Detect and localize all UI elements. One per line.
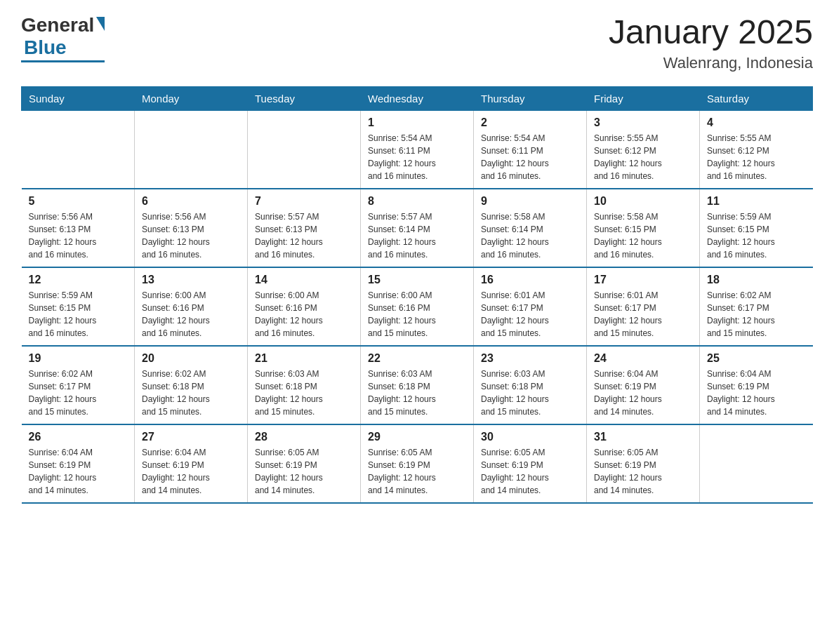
day-info: Sunrise: 6:04 AM Sunset: 6:19 PM Dayligh… [142,446,240,497]
day-number: 10 [594,195,692,208]
day-number: 6 [142,195,240,208]
calendar-cell: 3Sunrise: 5:55 AM Sunset: 6:12 PM Daylig… [587,110,700,189]
day-number: 18 [707,274,806,286]
header-tuesday: Tuesday [248,86,361,110]
day-info: Sunrise: 5:54 AM Sunset: 6:11 PM Dayligh… [481,132,579,182]
day-info: Sunrise: 5:59 AM Sunset: 6:15 PM Dayligh… [29,289,128,340]
day-info: Sunrise: 5:56 AM Sunset: 6:13 PM Dayligh… [142,210,240,261]
day-number: 21 [255,352,353,365]
calendar-cell: 18Sunrise: 6:02 AM Sunset: 6:17 PM Dayli… [700,267,813,346]
day-info: Sunrise: 6:05 AM Sunset: 6:19 PM Dayligh… [481,446,579,497]
day-number: 9 [481,195,579,208]
subtitle: Walenrang, Indonesia [609,54,813,72]
day-number: 26 [29,431,128,443]
day-info: Sunrise: 6:03 AM Sunset: 6:18 PM Dayligh… [481,368,579,418]
day-number: 11 [707,195,806,208]
calendar-cell: 25Sunrise: 6:04 AM Sunset: 6:19 PM Dayli… [700,346,813,424]
logo-general-text: General [21,14,94,36]
day-number: 4 [707,116,806,129]
calendar-cell: 21Sunrise: 6:03 AM Sunset: 6:18 PM Dayli… [248,346,361,424]
day-info: Sunrise: 6:01 AM Sunset: 6:17 PM Dayligh… [594,289,692,340]
calendar-cell: 20Sunrise: 6:02 AM Sunset: 6:18 PM Dayli… [135,346,248,424]
calendar-week-row: 26Sunrise: 6:04 AM Sunset: 6:19 PM Dayli… [22,424,813,503]
header-wednesday: Wednesday [361,86,474,110]
calendar-cell: 8Sunrise: 5:57 AM Sunset: 6:14 PM Daylig… [361,189,474,267]
calendar-cell: 26Sunrise: 6:04 AM Sunset: 6:19 PM Dayli… [22,424,135,503]
calendar-cell: 6Sunrise: 5:56 AM Sunset: 6:13 PM Daylig… [135,189,248,267]
day-number: 28 [255,431,353,443]
calendar-cell [700,424,813,503]
day-number: 23 [481,352,579,365]
day-number: 15 [368,274,466,286]
calendar-cell: 19Sunrise: 6:02 AM Sunset: 6:17 PM Dayli… [22,346,135,424]
calendar-cell: 27Sunrise: 6:04 AM Sunset: 6:19 PM Dayli… [135,424,248,503]
calendar-cell: 16Sunrise: 6:01 AM Sunset: 6:17 PM Dayli… [474,267,587,346]
day-number: 22 [368,352,466,365]
header-sunday: Sunday [22,86,135,110]
calendar-cell [248,110,361,189]
calendar-cell: 28Sunrise: 6:05 AM Sunset: 6:19 PM Dayli… [248,424,361,503]
day-number: 14 [255,274,353,286]
day-info: Sunrise: 6:00 AM Sunset: 6:16 PM Dayligh… [142,289,240,340]
day-number: 31 [594,431,692,443]
day-info: Sunrise: 6:03 AM Sunset: 6:18 PM Dayligh… [255,368,353,418]
calendar-cell: 14Sunrise: 6:00 AM Sunset: 6:16 PM Dayli… [248,267,361,346]
day-number: 24 [594,352,692,365]
calendar-cell [135,110,248,189]
day-number: 27 [142,431,240,443]
logo-blue-text: Blue [24,36,67,59]
day-info: Sunrise: 5:56 AM Sunset: 6:13 PM Dayligh… [29,210,128,261]
day-info: Sunrise: 5:58 AM Sunset: 6:14 PM Dayligh… [481,210,579,261]
calendar-cell: 12Sunrise: 5:59 AM Sunset: 6:15 PM Dayli… [22,267,135,346]
calendar-cell: 15Sunrise: 6:00 AM Sunset: 6:16 PM Dayli… [361,267,474,346]
header-thursday: Thursday [474,86,587,110]
calendar-cell: 30Sunrise: 6:05 AM Sunset: 6:19 PM Dayli… [474,424,587,503]
day-info: Sunrise: 6:03 AM Sunset: 6:18 PM Dayligh… [368,368,466,418]
day-number: 8 [368,195,466,208]
calendar-cell: 4Sunrise: 5:55 AM Sunset: 6:12 PM Daylig… [700,110,813,189]
calendar-cell: 2Sunrise: 5:54 AM Sunset: 6:11 PM Daylig… [474,110,587,189]
calendar-cell: 1Sunrise: 5:54 AM Sunset: 6:11 PM Daylig… [361,110,474,189]
day-number: 7 [255,195,353,208]
calendar-cell: 11Sunrise: 5:59 AM Sunset: 6:15 PM Dayli… [700,189,813,267]
logo-underline [21,60,105,62]
day-info: Sunrise: 6:01 AM Sunset: 6:17 PM Dayligh… [481,289,579,340]
calendar-cell [22,110,135,189]
day-info: Sunrise: 5:57 AM Sunset: 6:13 PM Dayligh… [255,210,353,261]
day-info: Sunrise: 6:02 AM Sunset: 6:17 PM Dayligh… [707,289,806,340]
day-info: Sunrise: 6:04 AM Sunset: 6:19 PM Dayligh… [594,368,692,418]
calendar-cell: 5Sunrise: 5:56 AM Sunset: 6:13 PM Daylig… [22,189,135,267]
page-header: General Blue January 2025 Walenrang, Ind… [21,14,813,72]
calendar-week-row: 1Sunrise: 5:54 AM Sunset: 6:11 PM Daylig… [22,110,813,189]
day-info: Sunrise: 6:05 AM Sunset: 6:19 PM Dayligh… [368,446,466,497]
day-info: Sunrise: 6:02 AM Sunset: 6:18 PM Dayligh… [142,368,240,418]
header-monday: Monday [135,86,248,110]
calendar-cell: 17Sunrise: 6:01 AM Sunset: 6:17 PM Dayli… [587,267,700,346]
day-number: 17 [594,274,692,286]
day-info: Sunrise: 5:55 AM Sunset: 6:12 PM Dayligh… [707,132,806,182]
day-info: Sunrise: 5:54 AM Sunset: 6:11 PM Dayligh… [368,132,466,182]
day-info: Sunrise: 5:55 AM Sunset: 6:12 PM Dayligh… [594,132,692,182]
calendar-cell: 22Sunrise: 6:03 AM Sunset: 6:18 PM Dayli… [361,346,474,424]
day-number: 5 [29,195,128,208]
title-block: January 2025 Walenrang, Indonesia [609,14,813,72]
day-number: 3 [594,116,692,129]
day-info: Sunrise: 6:05 AM Sunset: 6:19 PM Dayligh… [255,446,353,497]
header-saturday: Saturday [700,86,813,110]
calendar-cell: 31Sunrise: 6:05 AM Sunset: 6:19 PM Dayli… [587,424,700,503]
day-number: 16 [481,274,579,286]
page-title: January 2025 [609,14,813,51]
day-info: Sunrise: 5:59 AM Sunset: 6:15 PM Dayligh… [707,210,806,261]
day-number: 2 [481,116,579,129]
calendar-table: SundayMondayTuesdayWednesdayThursdayFrid… [21,86,813,504]
day-info: Sunrise: 6:00 AM Sunset: 6:16 PM Dayligh… [368,289,466,340]
calendar-week-row: 5Sunrise: 5:56 AM Sunset: 6:13 PM Daylig… [22,189,813,267]
logo: General Blue [21,14,105,62]
day-number: 30 [481,431,579,443]
day-number: 25 [707,352,806,365]
day-info: Sunrise: 5:58 AM Sunset: 6:15 PM Dayligh… [594,210,692,261]
day-info: Sunrise: 6:04 AM Sunset: 6:19 PM Dayligh… [707,368,806,418]
day-number: 29 [368,431,466,443]
day-number: 19 [29,352,128,365]
calendar-cell: 23Sunrise: 6:03 AM Sunset: 6:18 PM Dayli… [474,346,587,424]
